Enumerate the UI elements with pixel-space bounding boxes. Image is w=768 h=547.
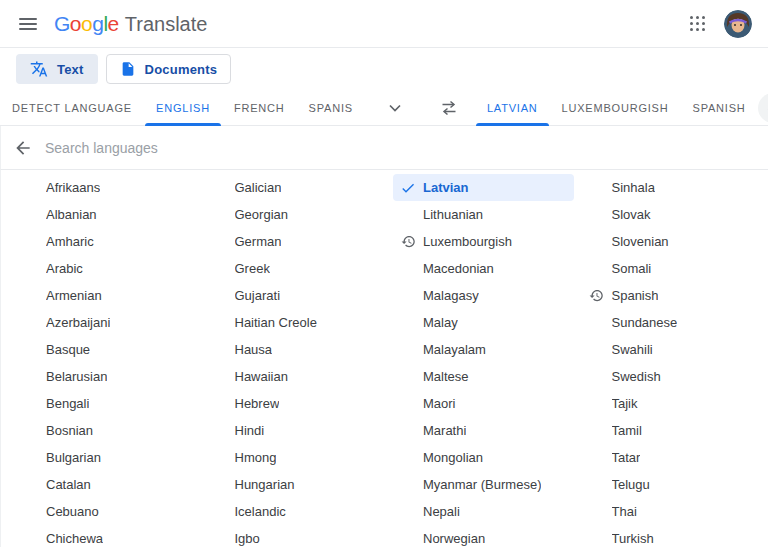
language-option-swedish[interactable]: Swedish bbox=[582, 363, 763, 390]
icon-spacer bbox=[22, 369, 40, 385]
language-option-macedonian[interactable]: Macedonian bbox=[393, 255, 574, 282]
target-tab-latvian[interactable]: LATVIAN bbox=[475, 90, 550, 126]
language-option-albanian[interactable]: Albanian bbox=[16, 201, 197, 228]
apps-grid-icon[interactable] bbox=[688, 15, 706, 33]
documents-mode-button[interactable]: Documents bbox=[106, 54, 232, 84]
target-tab-spanish[interactable]: SPANISH bbox=[681, 90, 758, 126]
language-option-hebrew[interactable]: Hebrew bbox=[205, 390, 386, 417]
language-option-slovak[interactable]: Slovak bbox=[582, 201, 763, 228]
icon-spacer bbox=[211, 504, 229, 520]
language-option-hindi[interactable]: Hindi bbox=[205, 417, 386, 444]
language-option-thai[interactable]: Thai bbox=[582, 498, 763, 525]
language-name: Icelandic bbox=[235, 504, 286, 519]
language-option-greek[interactable]: Greek bbox=[205, 255, 386, 282]
language-option-chichewa[interactable]: Chichewa bbox=[16, 525, 197, 547]
language-option-hausa[interactable]: Hausa bbox=[205, 336, 386, 363]
logo-letter: e bbox=[108, 12, 119, 35]
language-option-bulgarian[interactable]: Bulgarian bbox=[16, 444, 197, 471]
language-option-georgian[interactable]: Georgian bbox=[205, 201, 386, 228]
language-option-spanish[interactable]: Spanish bbox=[582, 282, 763, 309]
collapse-panel-button[interactable] bbox=[758, 93, 768, 123]
swap-languages-button[interactable] bbox=[433, 92, 465, 124]
icon-spacer bbox=[22, 477, 40, 493]
language-option-turkish[interactable]: Turkish bbox=[582, 525, 763, 547]
language-option-azerbaijani[interactable]: Azerbaijani bbox=[16, 309, 197, 336]
language-name: Slovak bbox=[612, 207, 651, 222]
language-option-swahili[interactable]: Swahili bbox=[582, 336, 763, 363]
language-option-marathi[interactable]: Marathi bbox=[393, 417, 574, 444]
language-option-sinhala[interactable]: Sinhala bbox=[582, 174, 763, 201]
icon-spacer bbox=[211, 531, 229, 547]
language-option-telugu[interactable]: Telugu bbox=[582, 471, 763, 498]
language-option-bengali[interactable]: Bengali bbox=[16, 390, 197, 417]
language-option-hungarian[interactable]: Hungarian bbox=[205, 471, 386, 498]
language-option-igbo[interactable]: Igbo bbox=[205, 525, 386, 547]
language-option-tajik[interactable]: Tajik bbox=[582, 390, 763, 417]
language-option-belarusian[interactable]: Belarusian bbox=[16, 363, 197, 390]
language-option-german[interactable]: German bbox=[205, 228, 386, 255]
language-option-malay[interactable]: Malay bbox=[393, 309, 574, 336]
google-translate-logo[interactable]: Google Translate bbox=[54, 12, 207, 36]
language-option-amharic[interactable]: Amharic bbox=[16, 228, 197, 255]
source-tab-spanis[interactable]: SPANIS bbox=[297, 90, 365, 126]
language-option-hawaiian[interactable]: Hawaiian bbox=[205, 363, 386, 390]
language-option-myanmar-burmese[interactable]: Myanmar (Burmese) bbox=[393, 471, 574, 498]
language-option-malayalam[interactable]: Malayalam bbox=[393, 336, 574, 363]
language-name: Belarusian bbox=[46, 369, 107, 384]
language-option-mongolian[interactable]: Mongolian bbox=[393, 444, 574, 471]
language-option-sundanese[interactable]: Sundanese bbox=[582, 309, 763, 336]
language-option-haitian-creole[interactable]: Haitian Creole bbox=[205, 309, 386, 336]
language-option-latvian[interactable]: Latvian bbox=[393, 174, 574, 201]
search-languages-input[interactable] bbox=[45, 140, 760, 156]
text-mode-button[interactable]: Text bbox=[16, 54, 98, 84]
language-column-4: SinhalaSlovakSlovenianSomaliSpanishSunda… bbox=[582, 174, 763, 547]
icon-spacer bbox=[399, 477, 417, 493]
language-name: Hawaiian bbox=[235, 369, 288, 384]
target-tab-luxembourgish[interactable]: LUXEMBOURGISH bbox=[550, 90, 681, 126]
language-option-lithuanian[interactable]: Lithuanian bbox=[393, 201, 574, 228]
language-option-norwegian[interactable]: Norwegian bbox=[393, 525, 574, 547]
source-tab-english[interactable]: ENGLISH bbox=[144, 90, 222, 126]
more-source-languages-button[interactable] bbox=[379, 92, 411, 124]
language-option-tamil[interactable]: Tamil bbox=[582, 417, 763, 444]
language-option-cebuano[interactable]: Cebuano bbox=[16, 498, 197, 525]
avatar[interactable] bbox=[724, 10, 752, 38]
language-name: Galician bbox=[235, 180, 282, 195]
icon-spacer bbox=[22, 423, 40, 439]
icon-spacer bbox=[22, 450, 40, 466]
language-option-armenian[interactable]: Armenian bbox=[16, 282, 197, 309]
language-option-gujarati[interactable]: Gujarati bbox=[205, 282, 386, 309]
language-option-catalan[interactable]: Catalan bbox=[16, 471, 197, 498]
language-name: Hungarian bbox=[235, 477, 295, 492]
icon-spacer bbox=[588, 207, 606, 223]
language-option-afrikaans[interactable]: Afrikaans bbox=[16, 174, 197, 201]
google-translate-app: Google Translate bbox=[0, 0, 768, 547]
language-option-luxembourgish[interactable]: Luxembourgish bbox=[393, 228, 574, 255]
icon-spacer bbox=[399, 288, 417, 304]
language-option-tatar[interactable]: Tatar bbox=[582, 444, 763, 471]
language-option-maori[interactable]: Maori bbox=[393, 390, 574, 417]
source-tab-french[interactable]: FRENCH bbox=[222, 90, 297, 126]
language-option-icelandic[interactable]: Icelandic bbox=[205, 498, 386, 525]
language-name: Haitian Creole bbox=[235, 315, 317, 330]
icon-spacer bbox=[211, 234, 229, 250]
language-name: Afrikaans bbox=[46, 180, 100, 195]
language-option-maltese[interactable]: Maltese bbox=[393, 363, 574, 390]
back-button[interactable] bbox=[3, 128, 43, 168]
source-tab-detect-language[interactable]: DETECT LANGUAGE bbox=[0, 90, 144, 126]
language-name: Maori bbox=[423, 396, 456, 411]
language-option-malagasy[interactable]: Malagasy bbox=[393, 282, 574, 309]
menu-button[interactable] bbox=[8, 4, 48, 44]
language-option-nepali[interactable]: Nepali bbox=[393, 498, 574, 525]
language-option-hmong[interactable]: Hmong bbox=[205, 444, 386, 471]
language-name: Swahili bbox=[612, 342, 653, 357]
language-column-3: LatvianLithuanianLuxembourgishMacedonian… bbox=[393, 174, 574, 547]
language-option-galician[interactable]: Galician bbox=[205, 174, 386, 201]
language-name: Bulgarian bbox=[46, 450, 101, 465]
history-icon bbox=[588, 288, 606, 304]
language-option-somali[interactable]: Somali bbox=[582, 255, 763, 282]
language-option-arabic[interactable]: Arabic bbox=[16, 255, 197, 282]
language-option-bosnian[interactable]: Bosnian bbox=[16, 417, 197, 444]
language-option-basque[interactable]: Basque bbox=[16, 336, 197, 363]
language-option-slovenian[interactable]: Slovenian bbox=[582, 228, 763, 255]
